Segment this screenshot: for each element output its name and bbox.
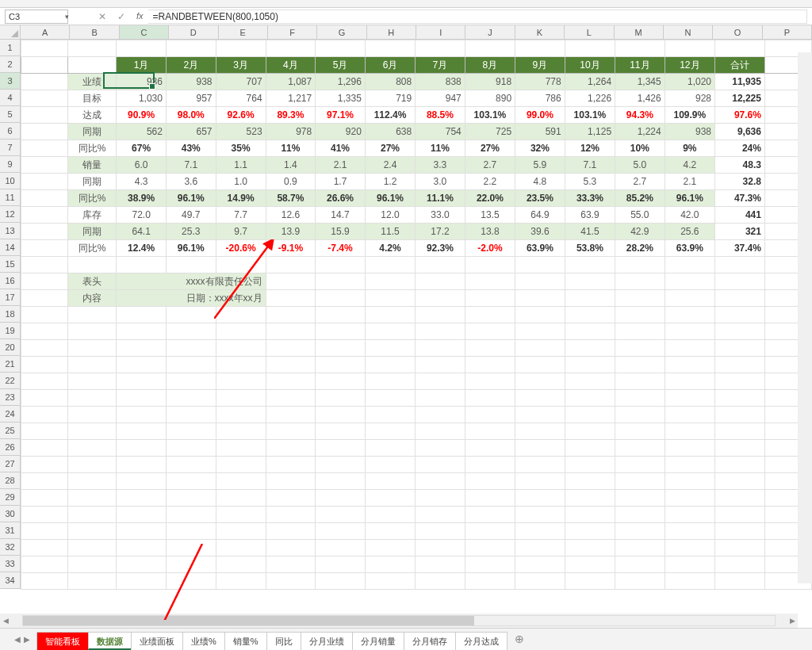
sheet-tab[interactable]: 销量% <box>224 632 267 650</box>
annotation-arrow-1 <box>214 239 278 319</box>
formula-bar: ▾ ✕ ✓ fx <box>0 8 812 25</box>
add-sheet-button[interactable]: ⊕ <box>507 629 532 650</box>
formula-input[interactable] <box>148 10 807 24</box>
sheet-tab[interactable]: 业绩% <box>182 632 225 650</box>
svg-line-0 <box>214 244 270 319</box>
sheet-tab[interactable]: 分月销量 <box>352 632 404 650</box>
column-headers[interactable]: ABCDEFGHIJKLMNOP <box>21 25 812 40</box>
select-all-corner[interactable] <box>0 25 21 40</box>
sheet-tab[interactable]: 同比 <box>266 632 301 650</box>
row-headers[interactable]: 1234567910111213141516171819202122232425… <box>0 40 21 589</box>
fx-icon[interactable]: fx <box>136 11 144 22</box>
spreadsheet-grid[interactable]: 1月2月3月4月5月6月7月8月9月10月11月12月合计业绩936938707… <box>21 40 812 590</box>
vertical-scrollbar[interactable] <box>798 52 812 583</box>
sheet-tab[interactable]: 分月销存 <box>404 632 456 650</box>
sheet-tab[interactable]: 智能看板 <box>36 632 89 650</box>
name-box-dropdown-icon[interactable]: ▾ <box>62 13 71 21</box>
cancel-formula-icon[interactable]: ✕ <box>98 11 106 22</box>
sheet-tab[interactable]: 分月达成 <box>455 632 508 650</box>
sheet-tab-bar: ◀ ▶ 智能看板数据源业绩面板业绩%销量%同比分月业绩分月销量分月销存分月达成 … <box>0 628 812 650</box>
tab-nav-next-icon[interactable]: ▶ <box>24 635 30 644</box>
sheet-tab[interactable]: 业绩面板 <box>131 632 183 650</box>
sheet-tab[interactable]: 数据源 <box>88 632 132 650</box>
svg-line-1 <box>159 544 202 620</box>
horizontal-scrollbar[interactable]: ◀▶ <box>0 614 798 628</box>
tab-nav-prev-icon[interactable]: ◀ <box>14 635 21 644</box>
annotation-arrow-2 <box>155 544 218 620</box>
enter-formula-icon[interactable]: ✓ <box>117 11 125 22</box>
name-box[interactable] <box>5 10 68 24</box>
sheet-tab[interactable]: 分月业绩 <box>301 632 353 650</box>
